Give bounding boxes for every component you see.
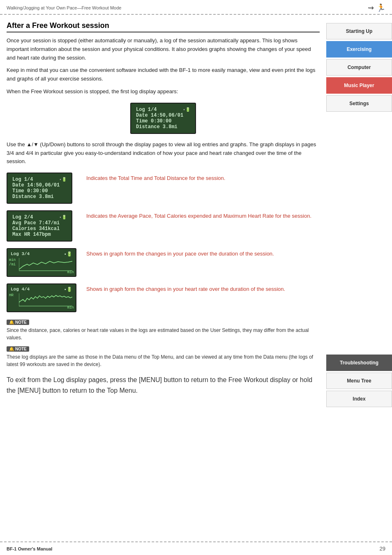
log4-graph-header: Log 4/4 ▪🔋 xyxy=(11,287,72,292)
sidebar-spacer xyxy=(326,113,392,355)
header-title: Walking/Jogging at Your Own Pace—Free Wo… xyxy=(7,5,121,10)
log4-description: Shows in graph form the changes in your … xyxy=(86,283,320,293)
log3-title: Log 3/4 xyxy=(11,251,30,257)
battery-icon: ▪︎🔋 xyxy=(183,107,190,112)
log-entry-1: Log 1/4 ▪🔋 Date 14:50,06/01 Time 0:30:00… xyxy=(7,173,320,204)
sidebar: Starting Up Exercising Computer Music Pl… xyxy=(326,15,392,409)
note2-icon: 🔔 xyxy=(9,347,14,351)
log4-graph-screen: Log 4/4 ▪🔋 HR min xyxy=(7,283,76,312)
log-screen-3: Log 3/4 ▪🔋 min/mi xyxy=(7,248,76,277)
content-body: After a Free Workout session Once your s… xyxy=(7,15,326,409)
log2-line1: Log 2/4 ▪🔋 xyxy=(12,214,67,220)
hr-graph-svg xyxy=(19,293,72,306)
log2-description: Indicates the Average Pace, Total Calori… xyxy=(86,210,320,220)
note2-text: These log displays are the same as those… xyxy=(7,353,320,368)
note-box-1: 🔔 NOTE Since the distance, pace, calorie… xyxy=(7,319,320,341)
log4-y-label: HR xyxy=(9,293,14,298)
intro-para1: Once your session is stopped (either aut… xyxy=(7,37,320,62)
scroll-text: Use the ▲/▼ (Up/Down) buttons to scroll … xyxy=(7,140,320,166)
walking-icon: ⇝ xyxy=(368,3,374,12)
sidebar-item-settings[interactable]: Settings xyxy=(326,95,392,112)
note1-text: Since the distance, pace, calories or he… xyxy=(7,327,320,341)
log2-screen: Log 2/4 ▪🔋 Avg Pace 7:47/mi Calories 341… xyxy=(7,210,72,242)
log2-line3: Calories 341kcal xyxy=(12,226,67,232)
sidebar-item-music-player[interactable]: Music Player xyxy=(326,77,392,94)
log1-battery-icon: ▪🔋 xyxy=(59,177,67,182)
log3-y-label: min/mi xyxy=(9,258,16,267)
top-header: Walking/Jogging at Your Own Pace—Free Wo… xyxy=(0,0,392,15)
log-screen-1: Log 1/4 ▪🔋 Date 14:50,06/01 Time 0:30:00… xyxy=(7,173,76,204)
log1-screen: Log 1/4 ▪🔋 Date 14:50,06/01 Time 0:30:00… xyxy=(7,173,72,204)
note1-icon: 🔔 xyxy=(9,320,14,325)
header-icons: ⇝ 🏃 xyxy=(368,3,385,12)
log1-line1: Log 1/4 ▪🔋 xyxy=(12,177,67,182)
note-box-2: 🔔 NOTE These log displays are the same a… xyxy=(7,345,320,368)
note1-label: 🔔 NOTE xyxy=(7,320,29,325)
log4-x-label: min xyxy=(67,306,74,310)
first-display-screen: Log 1/4 ▪︎🔋 Date 14:50,06/01 Time 0:30:0… xyxy=(130,103,196,134)
log2-battery-icon: ▪🔋 xyxy=(59,215,67,220)
jogging-icon: 🏃 xyxy=(376,3,385,12)
sidebar-item-menu-tree[interactable]: Menu Tree xyxy=(326,373,392,389)
note2-label: 🔔 NOTE xyxy=(7,346,29,352)
log4-title: Log 4/4 xyxy=(11,287,30,292)
sidebar-item-exercising[interactable]: Exercising xyxy=(326,41,392,58)
log2-line4: Max HR 147bpm xyxy=(12,232,67,237)
sidebar-item-computer[interactable]: Computer xyxy=(326,59,392,76)
log3-description: Shows in graph form the changes in your … xyxy=(86,248,320,258)
log1-description: Indicates the Total Time and Total Dista… xyxy=(86,173,320,182)
first-screen-line4: Distance 3.8mi xyxy=(136,124,190,130)
log-entry-2: Log 2/4 ▪🔋 Avg Pace 7:47/mi Calories 341… xyxy=(7,210,320,242)
log4-battery: ▪🔋 xyxy=(64,287,72,292)
log1-line2: Date 14:50,06/01 xyxy=(12,182,67,188)
log1-line4: Distance 3.8mi xyxy=(12,194,67,200)
log2-line2: Avg Pace 7:47/mi xyxy=(12,220,67,226)
intro-para2: Keep in mind that you can use the conven… xyxy=(7,66,320,83)
log-entries-grid: Log 1/4 ▪🔋 Date 14:50,06/01 Time 0:30:00… xyxy=(7,173,320,312)
log-screen-4: Log 4/4 ▪🔋 HR min xyxy=(7,283,76,312)
first-screen-line2: Date 14:50,06/01 xyxy=(136,113,190,118)
manual-title: BF-1 Owner's Manual xyxy=(7,546,52,551)
sidebar-item-index[interactable]: Index xyxy=(326,391,392,407)
log3-x-label: min xyxy=(67,270,74,274)
log-entry-4: Log 4/4 ▪🔋 HR min xyxy=(7,283,320,312)
log3-battery: ▪🔋 xyxy=(64,251,72,257)
section-title: After a Free Workout session xyxy=(7,21,320,32)
main-content: After a Free Workout session Once your s… xyxy=(0,15,392,409)
log-entry-3: Log 3/4 ▪🔋 min/mi xyxy=(7,248,320,277)
first-screen-line1: Log 1/4 ▪︎🔋 xyxy=(136,107,190,113)
exit-text: To exit from the Log display pages, pres… xyxy=(7,375,320,396)
sidebar-item-troubleshooting[interactable]: Troubleshooting xyxy=(326,355,392,371)
first-screen-line3: Time 0:30:00 xyxy=(136,118,190,124)
bottom-footer: BF-1 Owner's Manual 29 xyxy=(0,541,392,555)
intro-para3: When the Free Workout session is stopped… xyxy=(7,88,320,96)
log-screen-2: Log 2/4 ▪🔋 Avg Pace 7:47/mi Calories 341… xyxy=(7,210,76,242)
pace-graph-svg xyxy=(19,258,72,271)
log3-graph-screen: Log 3/4 ▪🔋 min/mi xyxy=(7,248,76,277)
page-number: 29 xyxy=(380,546,385,552)
first-screen-container: Log 1/4 ▪︎🔋 Date 14:50,06/01 Time 0:30:0… xyxy=(7,103,320,134)
log3-graph-header: Log 3/4 ▪🔋 xyxy=(11,251,72,257)
log1-line3: Time 0:30:00 xyxy=(12,188,67,194)
page-wrapper: Walking/Jogging at Your Own Pace—Free Wo… xyxy=(0,0,392,555)
sidebar-item-starting-up[interactable]: Starting Up xyxy=(326,23,392,39)
